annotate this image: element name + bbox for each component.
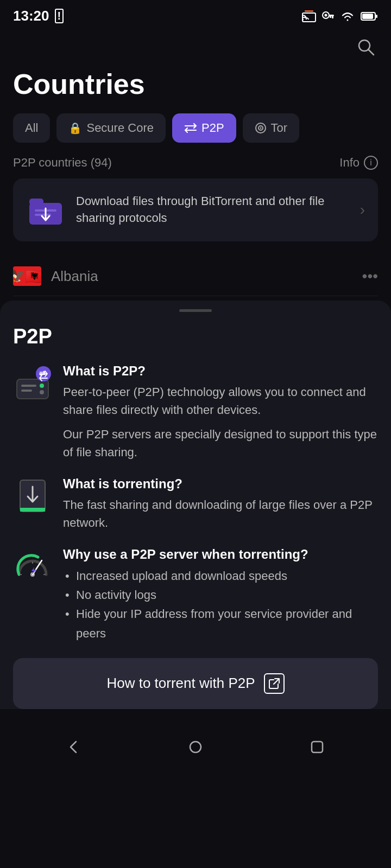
p2p-section-3-content: Why use a P2P server when torrenting? In…	[63, 547, 378, 643]
secure-core-icon: 🔒	[68, 122, 82, 135]
info-card[interactable]: Download files through BitTorrent and ot…	[13, 178, 378, 241]
albania-more-button[interactable]: •••	[362, 267, 378, 285]
sheet-title: P2P	[13, 325, 378, 348]
bottom-sheet: P2P ⇄ What is P2P? Peer-to-	[0, 301, 391, 709]
p2p-section-1-heading: What is P2P?	[63, 363, 378, 379]
p2p-countries-count: P2P countries (94)	[13, 156, 112, 170]
info-icon: i	[364, 156, 378, 170]
status-bar: 13:20 !	[0, 0, 391, 30]
p2p-section-3-heading: Why use a P2P server when torrenting?	[63, 547, 378, 562]
back-icon	[66, 739, 81, 755]
svg-rect-29	[20, 508, 34, 512]
key-icon	[321, 10, 335, 22]
svg-rect-19	[35, 214, 51, 216]
tab-tor[interactable]: Tor	[243, 113, 300, 143]
cast-icon	[302, 10, 316, 22]
benefit-1: Increased upload and download speeds	[63, 566, 378, 585]
tab-tor-label: Tor	[271, 121, 288, 135]
albania-label: Albania	[51, 268, 352, 285]
benefit-2: No activity logs	[63, 585, 378, 604]
section-header: P2P countries (94) Info i	[0, 156, 391, 178]
p2p-tab-icon	[184, 123, 197, 133]
tab-p2p[interactable]: P2P	[172, 113, 236, 143]
battery-icon	[361, 11, 378, 21]
p2p-section-1-body-extra: Our P2P servers are specially designed t…	[63, 425, 378, 461]
notification-icon: !	[55, 9, 64, 23]
benefit-3: Hide your IP address from your service p…	[63, 604, 378, 642]
top-bar	[0, 30, 391, 63]
p2p-section-2-body: The fast sharing and downloading of larg…	[63, 496, 378, 532]
svg-point-1	[302, 18, 304, 21]
server-p2p-icon: ⇄	[13, 363, 52, 403]
albania-flag: 🇦🇱	[13, 266, 41, 286]
svg-rect-17	[29, 199, 43, 205]
country-row-albania[interactable]: 🇦🇱 Albania •••	[0, 257, 391, 296]
filter-tabs: All 🔒 Secure Core P2P Tor	[0, 113, 391, 156]
divider	[13, 296, 378, 296]
svg-rect-10	[376, 15, 377, 18]
svg-point-24	[40, 390, 44, 394]
torrent-btn-label: How to torrent with P2P	[106, 675, 255, 692]
info-button[interactable]: Info i	[339, 156, 378, 170]
p2p-section-2: What is torrenting? The fast sharing and…	[13, 476, 378, 532]
download-doc-icon	[13, 476, 52, 515]
svg-rect-6	[330, 16, 331, 18]
search-button[interactable]	[354, 35, 378, 59]
svg-rect-9	[362, 14, 373, 19]
tor-tab-icon	[255, 122, 267, 134]
tab-secure-core-label: Secure Core	[86, 121, 154, 135]
p2p-section-1: ⇄ What is P2P? Peer-to-peer (P2P) techno…	[13, 363, 378, 461]
svg-point-35	[190, 742, 201, 752]
svg-rect-5	[332, 16, 333, 18]
nav-bar	[0, 724, 391, 774]
status-time: 13:20	[13, 8, 49, 24]
p2p-section-2-content: What is torrenting? The fast sharing and…	[63, 476, 378, 532]
svg-point-15	[260, 127, 261, 129]
svg-point-23	[40, 384, 44, 388]
p2p-section-2-heading: What is torrenting?	[63, 476, 378, 492]
how-to-torrent-button[interactable]: How to torrent with P2P	[13, 658, 378, 709]
svg-text:⇄: ⇄	[39, 369, 46, 378]
recents-button[interactable]	[301, 735, 333, 759]
svg-rect-36	[312, 742, 323, 752]
p2p-section-1-content: What is P2P? Peer-to-peer (P2P) technolo…	[63, 363, 378, 461]
tab-all-label: All	[25, 121, 38, 135]
info-label: Info	[339, 156, 360, 170]
p2p-benefits-list: Increased upload and download speeds No …	[63, 566, 378, 643]
svg-rect-20	[17, 379, 48, 399]
search-icon	[357, 38, 375, 56]
p2p-section-1-body: Peer-to-peer (P2P) technology allows you…	[63, 383, 378, 419]
tab-secure-core[interactable]: 🔒 Secure Core	[56, 113, 166, 143]
svg-rect-22	[21, 390, 32, 392]
tab-p2p-label: P2P	[201, 121, 224, 135]
speedometer-icon	[13, 547, 52, 586]
p2p-section-3: Why use a P2P server when torrenting? In…	[13, 547, 378, 643]
svg-rect-4	[329, 15, 334, 16]
home-icon	[188, 739, 203, 755]
recents-icon	[310, 739, 325, 755]
sheet-handle	[179, 309, 212, 312]
info-card-text: Download files through BitTorrent and ot…	[76, 193, 349, 227]
back-button[interactable]	[58, 735, 90, 759]
info-card-chevron-icon: ›	[360, 201, 365, 219]
svg-rect-21	[21, 385, 36, 387]
svg-point-7	[325, 14, 327, 16]
svg-line-12	[368, 49, 374, 55]
external-link-icon	[264, 673, 285, 694]
home-button[interactable]	[179, 735, 212, 759]
bittorrent-icon	[26, 190, 65, 229]
svg-rect-2	[305, 10, 313, 12]
page-title: Countries	[0, 63, 391, 113]
wifi-icon	[340, 10, 355, 22]
tab-all[interactable]: All	[13, 113, 50, 143]
